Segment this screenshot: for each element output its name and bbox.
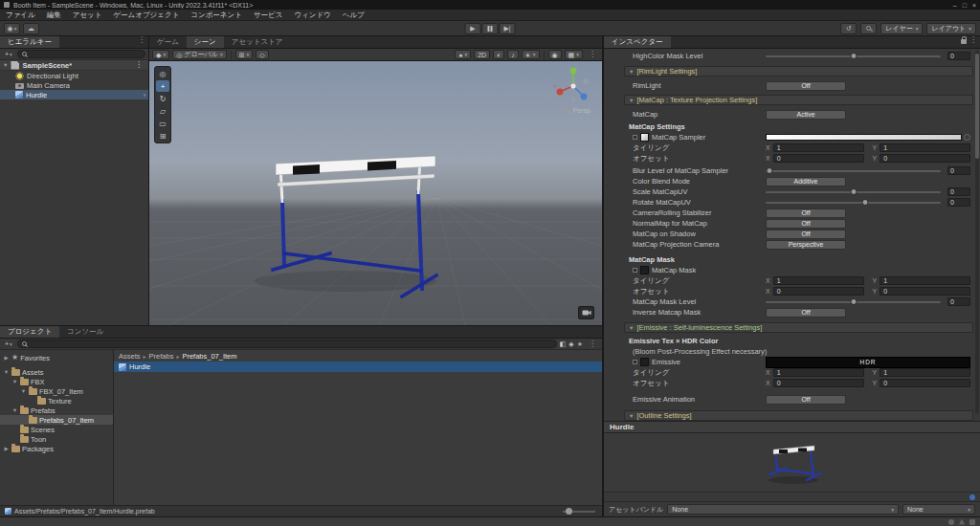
value-field[interactable]: 0 [947, 166, 970, 175]
y-value-field[interactable]: 1 [880, 143, 970, 152]
grid-visibility-button[interactable]: ⊞▾ [235, 50, 254, 59]
value-field[interactable]: 0 [947, 297, 970, 306]
menu-item[interactable]: ヘルプ [337, 10, 370, 21]
project-asset-item[interactable]: Hurdle [114, 362, 602, 372]
tab-hierarchy[interactable]: ヒエラルキー [0, 36, 59, 48]
scene-view-tab[interactable]: シーン [187, 36, 224, 48]
texture-toggle-checkbox[interactable] [633, 135, 637, 140]
scale-tool-button[interactable]: ▱ [156, 105, 169, 117]
x-value-field[interactable]: 1 [773, 276, 864, 285]
close-button[interactable]: × [972, 2, 976, 9]
hdr-color-field[interactable]: HDR [766, 357, 970, 368]
gizmos-dropdown-button[interactable]: ▦▾ [565, 50, 583, 59]
lock-icon[interactable] [961, 39, 967, 44]
hierarchy-item[interactable]: Main Camera [0, 80, 148, 90]
minimize-button[interactable]: – [953, 2, 957, 9]
rect-tool-button[interactable]: ▭ [156, 118, 169, 129]
slider-track[interactable] [766, 55, 941, 57]
texture-thumbnail-icon[interactable] [640, 133, 649, 142]
scene-view-tab[interactable]: アセットストア [224, 36, 291, 48]
texture-toggle-checkbox[interactable] [633, 268, 637, 273]
project-tree-item[interactable]: Scenes [0, 425, 113, 434]
foldout-icon[interactable]: ▼ [3, 369, 10, 375]
slider-knob[interactable] [566, 508, 572, 515]
scene-header-row[interactable]: ▼ SampleScene* ⋮ [0, 60, 148, 71]
notification-icon[interactable] [969, 519, 975, 525]
toggle-button[interactable]: Perspective [766, 240, 846, 250]
x-value-field[interactable]: 1 [773, 368, 864, 377]
scene-menu-kebab-icon[interactable]: ⋮ [586, 51, 599, 58]
asset-bundle-dropdown[interactable]: None ▾ [667, 504, 899, 515]
project-tab[interactable]: プロジェクト [0, 326, 59, 338]
effects-dropdown-button[interactable]: ∗▾ [522, 50, 540, 59]
y-value-field[interactable]: 0 [880, 379, 970, 387]
project-tree-item[interactable]: ▼FBX [0, 377, 113, 386]
undo-history-button[interactable]: ↺ [840, 23, 857, 34]
toggle-button[interactable]: Off [766, 308, 846, 318]
x-value-field[interactable]: 0 [773, 379, 864, 387]
slider-track[interactable] [766, 170, 941, 172]
menu-item[interactable]: ファイル [0, 10, 41, 21]
tool-handle-rotation-button[interactable]: ◎グローバル▾ [172, 50, 227, 59]
toggle-button[interactable]: Off [766, 208, 846, 218]
layout-dropdown[interactable]: レイアウト▾ [926, 23, 976, 34]
foldout-icon[interactable]: ▶ [3, 355, 10, 361]
y-value-field[interactable]: 1 [880, 368, 970, 377]
foldout-icon[interactable]: ▼ [3, 62, 8, 68]
slider-knob[interactable] [862, 199, 869, 206]
scene-visibility-button[interactable]: ◉ [548, 50, 562, 59]
menu-item[interactable]: ゲームオブジェクト [107, 10, 185, 21]
x-value-field[interactable]: 0 [773, 287, 864, 296]
project-menu-kebab-icon[interactable]: ⋮ [586, 340, 599, 348]
asset-bundle-variant-dropdown[interactable]: None ▾ [902, 504, 975, 515]
asset-preview[interactable] [604, 433, 980, 493]
hierarchy-item[interactable]: Directional Light [0, 71, 148, 80]
account-button[interactable]: ◉▾ [4, 23, 20, 34]
texture-thumbnail-icon[interactable] [640, 358, 649, 366]
slider-knob[interactable] [850, 53, 857, 59]
layers-dropdown[interactable]: レイヤー▾ [880, 23, 923, 34]
pause-button[interactable] [482, 23, 499, 34]
menu-item[interactable]: サービス [248, 10, 289, 21]
snap-toggle-button[interactable]: ◇ [256, 50, 268, 59]
maximize-button[interactable]: □ [963, 2, 967, 9]
value-field[interactable]: 0 [947, 198, 970, 207]
search-button[interactable] [860, 23, 877, 34]
inspector-menu-kebab-icon[interactable]: ⋮ [967, 36, 980, 48]
lighting-toggle-button[interactable]: ◐ [493, 50, 504, 59]
prefab-chevron-icon[interactable]: › [144, 92, 145, 99]
inspector-section-header[interactable]: ▼[Outline Settings] [624, 410, 973, 421]
scrollbar-thumb[interactable] [975, 54, 979, 159]
project-tree-item[interactable]: ▶Packages [0, 444, 113, 453]
cloud-services-button[interactable]: ☁ [23, 23, 39, 34]
preview-header[interactable]: Hurdle [604, 421, 980, 433]
menu-item[interactable]: アセット [67, 10, 108, 21]
slider-track[interactable] [766, 191, 941, 193]
project-tree-item[interactable]: Texture [0, 396, 113, 405]
object-picker-icon[interactable] [964, 134, 970, 141]
inspector-section-header[interactable]: ▼[Emissive : Self-luminescence Settings] [624, 322, 973, 333]
value-field[interactable]: 0 [947, 187, 970, 196]
scene-options-kebab-icon[interactable]: ⋮ [132, 61, 145, 69]
inspector-scrollbar[interactable] [975, 51, 979, 414]
scene-camera-button[interactable] [578, 306, 594, 319]
move-tool-button[interactable]: + [156, 80, 169, 92]
project-tree-item[interactable]: ▼Prefabs [0, 405, 113, 415]
y-value-field[interactable]: 0 [880, 287, 970, 296]
y-value-field[interactable]: 1 [880, 276, 970, 285]
project-tab[interactable]: コンソール [59, 326, 111, 338]
toggle-button[interactable]: Active [766, 110, 846, 120]
scene-view-tab[interactable]: ゲーム [149, 36, 187, 48]
thumbnail-size-slider[interactable] [563, 511, 595, 513]
slider-knob[interactable] [766, 167, 772, 174]
inspector-section-header[interactable]: ▼[MatCap : Texture Projection Settings] [624, 95, 973, 105]
toggle-button[interactable]: Additive [766, 177, 846, 186]
tab-inspector[interactable]: インスペクター [604, 36, 671, 48]
slider-track[interactable] [766, 202, 941, 204]
view-tool-button[interactable]: ◎ [156, 68, 169, 79]
project-tree-item[interactable]: ▼Assets [0, 367, 113, 377]
tool-handle-position-button[interactable]: ◆▾ [152, 50, 169, 59]
add-object-button[interactable]: +▾ [3, 50, 14, 58]
texture-toggle-checkbox[interactable] [633, 360, 637, 364]
project-tree-item[interactable]: Prefabs_07_Item [0, 415, 113, 425]
